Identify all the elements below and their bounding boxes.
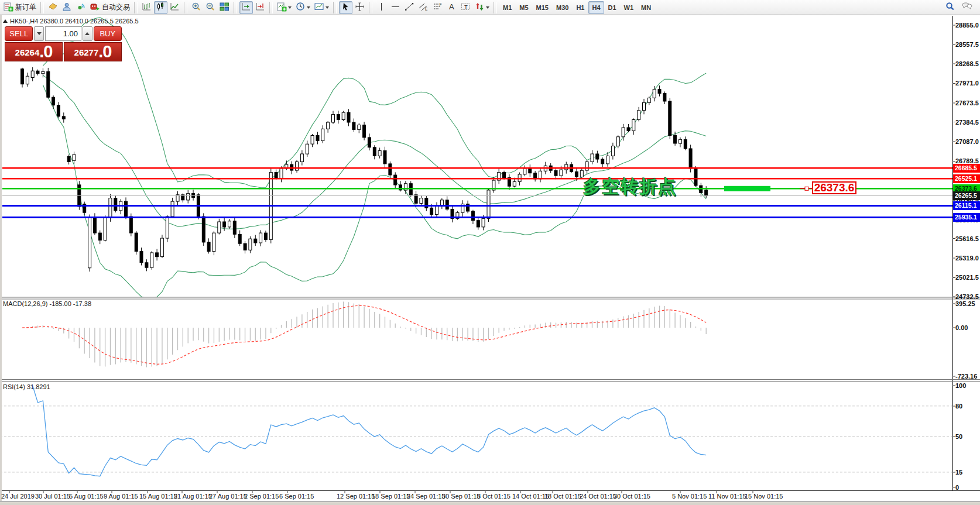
price-axis-flag: 26115.1 [953, 201, 980, 210]
svg-text:T: T [464, 4, 468, 10]
time-axis-label: 12 Sep 01:15 [337, 493, 375, 500]
price-level-label[interactable]: 26373.6 [812, 181, 856, 194]
price-axis-tick: 24732.5 [955, 293, 979, 300]
main-price-panel[interactable] [2, 18, 952, 298]
timeframe-bar: M1M5M15M30H1H4D1W1MN [499, 1, 655, 14]
arrows-dropdown-caret[interactable] [486, 6, 489, 11]
volume-input[interactable] [45, 26, 81, 41]
time-axis-label: 18 Oct 01:15 [544, 493, 581, 500]
periods-button[interactable] [294, 1, 312, 14]
autotrading-button[interactable]: 自动交易 [88, 1, 132, 14]
auto-scroll-icon [241, 2, 251, 13]
crosshair-icon [355, 2, 365, 13]
price-axis-tick: 27087.0 [955, 138, 979, 145]
trendline-icon [405, 2, 414, 13]
rsi-axis-tick: 50 [955, 433, 962, 440]
vertical-line-button[interactable] [375, 1, 388, 14]
timeframe-button-h1[interactable]: H1 [573, 1, 588, 14]
text-label-button[interactable]: T [459, 1, 472, 14]
highlight-segment[interactable] [724, 186, 770, 191]
equidistant-channel-button[interactable]: E [417, 1, 430, 14]
community-button[interactable] [60, 1, 74, 14]
toolbar-separator [494, 2, 497, 13]
arrows-button[interactable] [473, 1, 491, 14]
periods-dropdown-caret[interactable] [307, 6, 310, 11]
time-axis-label: 21 Aug 01:15 [174, 493, 212, 500]
text-button[interactable]: A [445, 1, 458, 14]
buy-price: 26277 [74, 45, 99, 60]
sell-button[interactable]: SELL [5, 26, 33, 41]
rsi-axis-tick: 0 [955, 484, 959, 491]
chart-shift-button[interactable] [253, 1, 267, 14]
line-chart-button[interactable] [168, 1, 181, 14]
time-axis-label: 27 Aug 01:15 [209, 493, 247, 500]
crosshair-button[interactable] [353, 1, 366, 14]
time-axis-label: 5 Aug 01:15 [69, 493, 104, 500]
zoom-in-button[interactable] [190, 1, 203, 14]
horizontal-line-button[interactable] [389, 1, 402, 14]
zoom-in-icon [191, 2, 201, 13]
candlestick-chart-button[interactable] [154, 1, 167, 14]
toolbar-separator [234, 2, 237, 13]
timeframe-button-d1[interactable]: D1 [605, 1, 620, 14]
timeframe-button-h4[interactable]: H4 [588, 1, 604, 14]
timeframe-button-w1[interactable]: W1 [621, 1, 638, 14]
macd-panel[interactable] [22, 302, 706, 367]
autotrading-icon [90, 2, 100, 13]
toolbar-separator [134, 2, 138, 13]
signals-button[interactable] [74, 1, 88, 14]
time-axis-label: 30 Jul 01:15 [35, 493, 70, 500]
zoom-out-button[interactable] [204, 1, 217, 14]
search-button[interactable] [943, 1, 957, 14]
sell-price: 26264 [15, 45, 40, 60]
time-axis-label: 5 Nov 01:15 [672, 493, 707, 500]
clock-icon [296, 2, 306, 13]
trendline-button[interactable] [403, 1, 416, 14]
fibonacci-button[interactable]: F [431, 1, 444, 14]
chart-canvas[interactable] [0, 15, 980, 505]
chart-collapse-icon[interactable] [3, 17, 8, 23]
indicators-button[interactable] [275, 1, 293, 14]
chart-text-annotation[interactable]: 多空转折点 [583, 175, 677, 199]
equidistant-channel-icon: E [419, 2, 429, 13]
timeframe-button-mn[interactable]: MN [638, 1, 655, 14]
sell-price-panel[interactable]: 26264 .0 [5, 42, 63, 61]
chart-frame [0, 16, 980, 493]
buy-button[interactable]: BUY [94, 26, 122, 41]
timeframe-button-m5[interactable]: M5 [516, 1, 532, 14]
toolbar: 新订单 自动交易 [0, 0, 980, 15]
price-axis-flag: 26525.1 [953, 174, 980, 183]
new-order-button[interactable]: 新订单 [2, 1, 38, 14]
rsi-panel[interactable] [0, 386, 952, 476]
cursor-button[interactable] [339, 1, 352, 14]
auto-scroll-button[interactable] [239, 1, 253, 14]
templates-dropdown-caret[interactable] [325, 6, 329, 11]
sell-price-pips: .0 [39, 43, 52, 60]
svg-text:A: A [449, 2, 454, 11]
macd-indicator-label: MACD(12,26,9) -185.00 -17.38 [3, 300, 91, 307]
time-axis-label: 30 Sep 01:15 [442, 493, 480, 500]
styler-button[interactable] [46, 1, 60, 14]
price-axis-tick: 28557.5 [955, 41, 979, 48]
text-icon: A [447, 2, 457, 13]
bar-chart-button[interactable] [140, 1, 153, 14]
buy-price-panel[interactable]: 26277 .0 [64, 42, 122, 61]
price-axis-tick: 25319.0 [955, 255, 979, 262]
timeframe-button-m1[interactable]: M1 [499, 1, 515, 14]
indicators-dropdown-caret[interactable] [288, 6, 292, 11]
volume-increase-button[interactable] [83, 26, 92, 41]
toolbar-separator [40, 2, 44, 13]
chat-button[interactable] [960, 1, 975, 14]
toolbar-separator [369, 2, 372, 13]
macd-axis-tick: 0.00 [955, 324, 968, 331]
cursor-icon [341, 2, 351, 13]
timeframe-button-m15[interactable]: M15 [533, 1, 552, 14]
tile-windows-button[interactable] [218, 1, 231, 14]
templates-button[interactable] [313, 1, 331, 14]
volume-decrease-button[interactable] [34, 26, 44, 41]
timeframe-button-m30[interactable]: M30 [553, 1, 572, 14]
new-order-label: 新订单 [15, 2, 36, 12]
macd-histogram [22, 302, 706, 367]
time-axis-label: 30 Oct 01:15 [614, 493, 650, 500]
one-click-trading-widget: SELL BUY 26264 .0 26277 .0 [5, 26, 122, 61]
